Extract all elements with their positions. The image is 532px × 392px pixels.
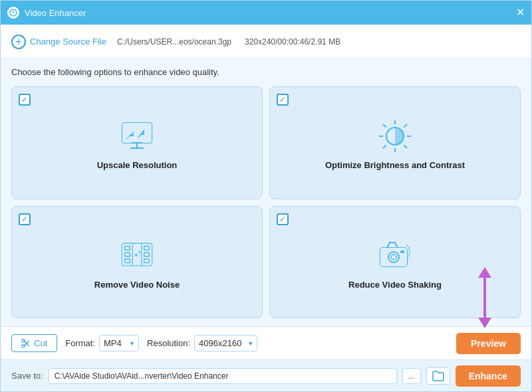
svg-line-12 <box>383 124 386 128</box>
svg-point-34 <box>22 345 25 347</box>
resolution-label: Resolution: <box>147 338 190 348</box>
shaking-card[interactable]: Reduce Video Shaking <box>269 206 521 319</box>
subtitle: Choose the following options to enhance … <box>11 67 521 77</box>
file-meta: 320x240/00:00:46/2.91 MB <box>245 37 340 47</box>
svg-line-35 <box>25 342 29 346</box>
add-icon: + <box>11 35 26 49</box>
enhance-button[interactable]: Enhance <box>456 365 521 387</box>
toolbar-bar: Cut Format: MP4 MOV AVI Resolution: 4096… <box>1 326 531 359</box>
save-label: Save to: <box>11 371 43 381</box>
scissors-icon <box>21 339 31 348</box>
noise-label: Remove Video Noise <box>94 280 180 290</box>
noise-checkbox[interactable] <box>19 213 31 225</box>
brightness-icon <box>376 118 414 155</box>
title-bar: Video Enhancer ✕ <box>1 1 531 25</box>
title-bar-left: Video Enhancer <box>7 7 86 19</box>
folder-icon <box>432 371 444 381</box>
app-icon <box>7 7 19 19</box>
svg-point-0 <box>10 9 17 16</box>
dots-button[interactable]: ... <box>402 368 421 384</box>
shaking-checkbox[interactable] <box>277 213 289 225</box>
camera-icon <box>376 237 414 274</box>
svg-text:✦: ✦ <box>138 250 142 254</box>
film-icon: ✦ ✦ <box>118 237 156 274</box>
brightness-card[interactable]: Optimize Brightness and Contrast <box>269 86 521 199</box>
options-grid: Upscale Resolution <box>11 86 521 318</box>
resolution-select-wrapper[interactable]: 4096x2160 1920x1080 1280x720 <box>194 335 257 351</box>
change-source-label: Change Source File <box>30 37 106 47</box>
preview-button[interactable]: Preview <box>456 333 521 354</box>
upscale-card[interactable]: Upscale Resolution <box>11 86 263 199</box>
resolution-select[interactable]: 4096x2160 1920x1080 1280x720 <box>194 335 257 351</box>
close-button[interactable]: ✕ <box>516 7 525 18</box>
header-bar: + Change Source File C:/Users/USER...eos… <box>1 25 531 59</box>
shaking-label: Reduce Video Shaking <box>348 280 442 290</box>
svg-line-13 <box>404 146 408 149</box>
svg-line-36 <box>25 341 29 345</box>
window: Video Enhancer ✕ + Change Source File C:… <box>0 0 532 392</box>
save-path-input[interactable] <box>49 368 397 384</box>
file-path: C:/Users/USER...eos/ocean.3gp <box>117 37 231 47</box>
upscale-checkbox[interactable] <box>19 94 31 106</box>
monitor-icon <box>118 118 156 155</box>
cut-button[interactable]: Cut <box>11 334 57 352</box>
folder-button[interactable] <box>426 367 450 385</box>
svg-line-14 <box>404 124 408 128</box>
cut-label: Cut <box>34 338 47 348</box>
upscale-label: Upscale Resolution <box>97 160 178 170</box>
format-select[interactable]: MP4 MOV AVI <box>99 335 139 351</box>
svg-rect-32 <box>400 250 404 253</box>
bottom-bar: Save to: ... Enhance <box>1 359 531 391</box>
svg-point-33 <box>22 340 25 342</box>
window-title: Video Enhancer <box>25 8 86 18</box>
svg-line-15 <box>383 146 386 149</box>
format-label: Format: <box>65 338 95 348</box>
svg-rect-2 <box>122 123 152 143</box>
format-select-wrapper[interactable]: MP4 MOV AVI <box>99 335 139 351</box>
format-group: Format: MP4 MOV AVI <box>65 335 139 351</box>
resolution-group: Resolution: 4096x2160 1920x1080 1280x720 <box>147 335 257 351</box>
brightness-label: Optimize Brightness and Contrast <box>325 160 465 170</box>
change-source-button[interactable]: + Change Source File <box>11 35 106 49</box>
main-content: Choose the following options to enhance … <box>1 59 531 326</box>
brightness-checkbox[interactable] <box>277 94 289 106</box>
noise-card[interactable]: ✦ ✦ Remove Video Noise <box>11 206 263 319</box>
